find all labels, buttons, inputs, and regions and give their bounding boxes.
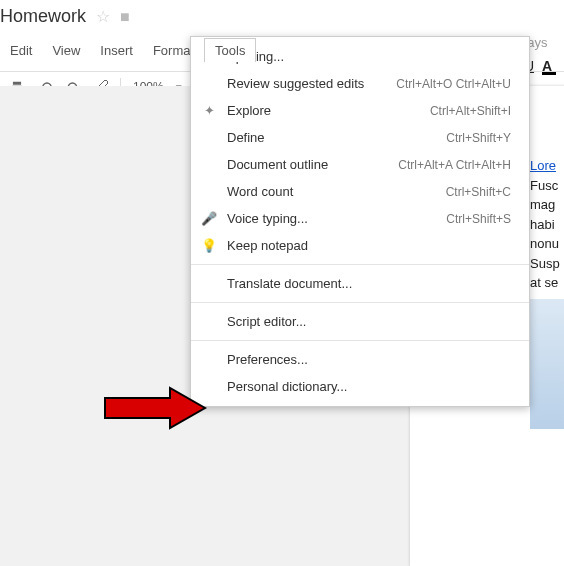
- menu-item-outline[interactable]: Document outlineCtrl+Alt+A Ctrl+Alt+H: [191, 151, 529, 178]
- menu-insert[interactable]: Insert: [90, 39, 143, 62]
- tools-dropdown: Spelling... Review suggested editsCtrl+A…: [190, 36, 530, 407]
- menu-item-translate[interactable]: Translate document...: [191, 270, 529, 297]
- explore-icon: ✦: [201, 103, 217, 119]
- menu-view[interactable]: View: [42, 39, 90, 62]
- mic-icon: 🎤: [201, 211, 217, 227]
- folder-icon[interactable]: ■: [120, 8, 130, 26]
- menu-item-define[interactable]: DefineCtrl+Shift+Y: [191, 124, 529, 151]
- menu-separator: [191, 264, 529, 265]
- shortcut: Ctrl+Alt+A Ctrl+Alt+H: [398, 158, 511, 172]
- doc-link[interactable]: Lore: [530, 158, 556, 173]
- callout-arrow-icon: [100, 386, 210, 430]
- menu-item-explore[interactable]: ✦ExploreCtrl+Alt+Shift+I: [191, 97, 529, 124]
- text-color-button[interactable]: A: [542, 58, 556, 75]
- doc-text: Fusc: [530, 178, 558, 193]
- star-icon[interactable]: ☆: [96, 7, 110, 26]
- doc-text: habi: [530, 217, 555, 232]
- menu-item-keep[interactable]: 💡Keep notepad: [191, 232, 529, 259]
- menu-separator: [191, 340, 529, 341]
- menu-edit[interactable]: Edit: [0, 39, 42, 62]
- menu-separator: [191, 302, 529, 303]
- doc-title: Homework: [0, 6, 86, 27]
- bulb-icon: 💡: [201, 238, 217, 254]
- shortcut: Ctrl+Alt+O Ctrl+Alt+U: [396, 77, 511, 91]
- doc-text: nonu: [530, 236, 559, 251]
- doc-text: mag: [530, 197, 555, 212]
- menu-item-review[interactable]: Review suggested editsCtrl+Alt+O Ctrl+Al…: [191, 70, 529, 97]
- menu-item-script[interactable]: Script editor...: [191, 308, 529, 335]
- menu-item-preferences[interactable]: Preferences...: [191, 346, 529, 373]
- shortcut: Ctrl+Shift+C: [446, 185, 511, 199]
- doc-text: Susp: [530, 256, 560, 271]
- shortcut: Ctrl+Alt+Shift+I: [430, 104, 511, 118]
- shortcut: Ctrl+Shift+Y: [446, 131, 511, 145]
- shortcut: Ctrl+Shift+S: [446, 212, 511, 226]
- doc-text: at se: [530, 275, 558, 290]
- menu-tools[interactable]: Tools: [204, 38, 256, 62]
- doc-image: [530, 299, 564, 429]
- menu-item-dictionary[interactable]: Personal dictionary...: [191, 373, 529, 400]
- menu-item-voice[interactable]: 🎤Voice typing...Ctrl+Shift+S: [191, 205, 529, 232]
- menu-item-wordcount[interactable]: Word countCtrl+Shift+C: [191, 178, 529, 205]
